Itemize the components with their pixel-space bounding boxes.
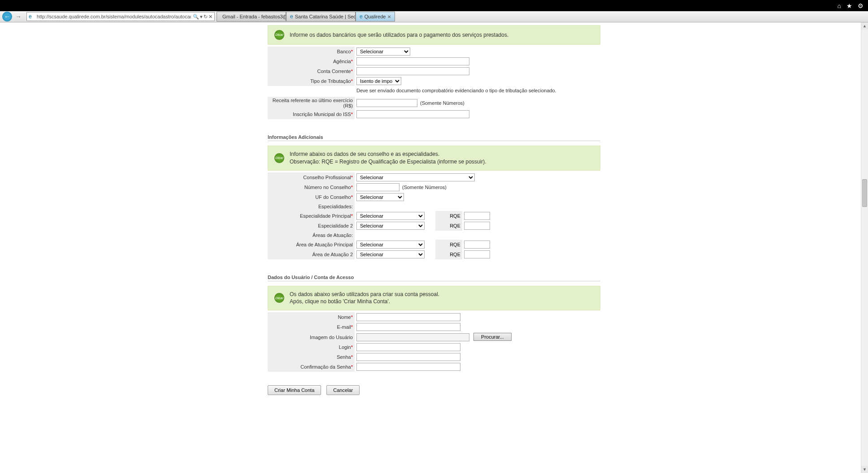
search-icon[interactable]: 🔍 — [193, 14, 199, 20]
back-button[interactable]: ← — [2, 12, 12, 22]
url-input[interactable] — [37, 14, 191, 19]
tab-sc-saude[interactable]: e Santa Catarina Saúde | Secretar... — [286, 12, 356, 22]
home-icon[interactable]: ⌂ — [838, 2, 841, 9]
gear-icon[interactable]: ⚙ — [858, 2, 864, 9]
browser-titlebar: ⌂ ★ ⚙ — [0, 0, 868, 11]
close-tab-icon[interactable]: ✕ — [387, 14, 391, 19]
tab-label: Santa Catarina Saúde | Secretar... — [295, 14, 356, 19]
tab-gmail[interactable]: Gmail - Entrada - febastos3@g... — [217, 12, 286, 22]
tab-label: Gmail - Entrada - febastos3@g... — [222, 14, 286, 19]
stop-icon[interactable]: ✕ — [208, 14, 213, 20]
tab-label: Qualirede — [365, 14, 386, 19]
address-bar[interactable]: e 🔍 ▾ ↻ ✕ — [26, 12, 215, 21]
favorites-icon[interactable]: ★ — [846, 2, 852, 9]
refresh-icon[interactable]: ↻ — [204, 14, 208, 20]
ie-favicon: e — [290, 13, 293, 20]
dropdown-icon[interactable]: ▾ — [200, 14, 203, 20]
forward-button[interactable]: → — [12, 12, 25, 22]
ie-favicon: e — [360, 13, 363, 20]
ie-icon: e — [29, 13, 35, 20]
tab-strip: Gmail - Entrada - febastos3@g... e Santa… — [217, 12, 395, 22]
tab-qualirede[interactable]: e Qualirede ✕ — [356, 12, 395, 22]
browser-toolbar: ← → e 🔍 ▾ ↻ ✕ Gmail - Entrada - febastos… — [0, 11, 868, 22]
